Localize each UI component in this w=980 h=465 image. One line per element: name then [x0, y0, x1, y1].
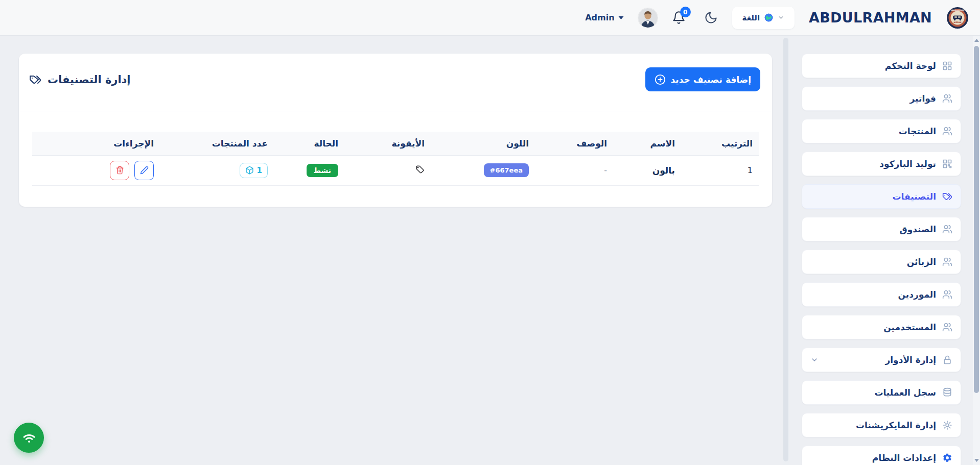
company-logo[interactable]: NISSAN ABDULRAHMAN: [946, 7, 969, 29]
users-icon: [942, 257, 952, 267]
users-icon: [942, 224, 952, 234]
caret-down-icon: [618, 16, 624, 20]
sidebar-item-label: الموردين: [898, 289, 936, 300]
page-scrollbar[interactable]: [973, 36, 980, 465]
col-actions: الإجراءات: [32, 132, 160, 155]
sidebar-item-label: إدارة الأدوار: [885, 355, 936, 365]
gear-outline-icon: [942, 420, 952, 430]
plus-circle-icon: [655, 74, 666, 85]
sidebar-nav: لوحة التحكم فواتير المنتجات توليد البارك…: [802, 54, 961, 465]
language-label: اللغة: [742, 13, 760, 22]
sidebar-item-users[interactable]: المستخدمين: [802, 315, 961, 339]
users-icon: [942, 126, 952, 136]
user-avatar[interactable]: [638, 8, 658, 28]
admin-label: Admin: [585, 13, 614, 22]
sidebar-item-products[interactable]: المنتجات: [802, 119, 961, 143]
tags-icon: [29, 74, 41, 86]
sidebar-item-dashboard[interactable]: لوحة التحكم: [802, 54, 961, 78]
sidebar-item-label: سجل العمليات: [874, 387, 936, 398]
scroll-down-arrow[interactable]: [973, 457, 980, 464]
lock-icon: [942, 355, 952, 365]
col-order: الترتيب: [681, 132, 759, 155]
network-status-fab[interactable]: [14, 423, 44, 453]
sidebar-item-label: التصنيفات: [893, 191, 936, 202]
sidebar-item-label: المنتجات: [899, 126, 936, 136]
scroll-up-arrow[interactable]: [973, 37, 980, 44]
users-icon: [942, 93, 952, 104]
sidebar-item-label: الزبائن: [907, 257, 936, 267]
cell-actions: [32, 155, 160, 185]
card-header: إدارة التصنيفات إضافة تصنيف جديد: [19, 54, 772, 91]
sidebar-item-barcode[interactable]: توليد الباركود: [802, 152, 961, 176]
tag-icon: [415, 164, 425, 174]
tags-icon: [942, 191, 952, 202]
sidebar-item-label: إدارة المايكريشنات: [856, 420, 936, 430]
sidebar-item-suppliers[interactable]: الموردين: [802, 282, 961, 307]
qrcode-icon: [942, 159, 952, 169]
product-count-value: 1: [257, 166, 262, 175]
users-icon: [942, 322, 952, 332]
chevron-down-icon: [810, 356, 819, 364]
product-count-badge: 1: [240, 163, 268, 178]
sidebar-item-label: المستخدمين: [883, 322, 936, 332]
table-row: 1 بالون - #667eea نشط: [32, 155, 759, 185]
cell-name: بالون: [613, 155, 681, 185]
sidebar-item-customers[interactable]: الزبائن: [802, 250, 961, 274]
admin-dropdown[interactable]: Admin: [585, 13, 623, 22]
cube-icon: [245, 166, 254, 175]
wifi-icon: [22, 431, 36, 445]
sidebar-item-label: الصندوق: [900, 224, 937, 234]
notification-count-badge: 0: [680, 7, 691, 17]
notifications-button[interactable]: 0: [672, 11, 686, 25]
pencil-icon: [140, 166, 149, 175]
globe-icon: [764, 13, 773, 22]
sidebar-item-invoices[interactable]: فواتير: [802, 86, 961, 111]
sidebar-item-label: لوحة التحكم: [885, 61, 936, 71]
color-chip: #667eea: [484, 163, 529, 177]
page-title: إدارة التصنيفات: [29, 74, 131, 86]
content-scrollbar-thumb[interactable]: [783, 38, 788, 461]
status-badge: نشط: [307, 164, 339, 177]
svg-text:NISSAN: NISSAN: [953, 21, 961, 23]
cell-icon: [344, 155, 431, 185]
cell-order: 1: [681, 155, 759, 185]
sidebar-item-cashbox[interactable]: الصندوق: [802, 217, 961, 241]
dashboard-grid-icon: [942, 61, 952, 71]
categories-table: الترتيب الاسم الوصف اللون الأيقونة الحال…: [32, 132, 759, 186]
cell-description: -: [535, 155, 613, 185]
add-category-button[interactable]: إضافة تصنيف جديد: [645, 67, 760, 91]
page-title-text: إدارة التصنيفات: [48, 74, 131, 86]
row-actions: [38, 161, 154, 180]
col-product-count: عدد المنتجات: [160, 132, 274, 155]
sidebar-item-label: إعدادات النظام: [872, 453, 936, 463]
edit-button[interactable]: [134, 161, 154, 180]
cell-product-count: 1: [160, 155, 274, 185]
categories-table-wrap: الترتيب الاسم الوصف اللون الأيقونة الحال…: [19, 111, 772, 186]
brand-title: ABDULRAHMAN: [809, 10, 932, 26]
database-icon: [942, 387, 952, 398]
top-header: Admin 0: [0, 0, 980, 36]
cell-color: #667eea: [431, 155, 535, 185]
categories-card: إدارة التصنيفات إضافة تصنيف جديد الترتيب…: [19, 54, 772, 207]
gear-solid-icon: [942, 453, 952, 463]
content-scrollbar[interactable]: [783, 36, 789, 465]
col-icon: الأيقونة: [344, 132, 431, 155]
chevron-down-icon: [778, 14, 784, 21]
dark-mode-toggle[interactable]: [704, 11, 718, 25]
sidebar-item-categories[interactable]: التصنيفات: [802, 184, 961, 209]
col-name: الاسم: [613, 132, 681, 155]
col-color: اللون: [431, 132, 535, 155]
sidebar-item-label: فواتير: [909, 93, 936, 104]
sidebar-item-roles[interactable]: إدارة الأدوار: [802, 348, 961, 372]
sidebar-item-activity-log[interactable]: سجل العمليات: [802, 380, 961, 405]
add-category-label: إضافة تصنيف جديد: [671, 75, 751, 85]
sidebar-item-migrations[interactable]: إدارة المايكريشنات: [802, 413, 961, 437]
cell-status: نشط: [274, 155, 344, 185]
col-description: الوصف: [535, 132, 613, 155]
language-selector[interactable]: اللغة: [732, 7, 795, 29]
page-scrollbar-thumb[interactable]: [974, 46, 979, 393]
table-header-row: الترتيب الاسم الوصف اللون الأيقونة الحال…: [32, 132, 759, 155]
trash-icon: [115, 166, 124, 175]
delete-button[interactable]: [110, 161, 129, 180]
sidebar-item-system-settings[interactable]: إعدادات النظام: [802, 446, 961, 465]
